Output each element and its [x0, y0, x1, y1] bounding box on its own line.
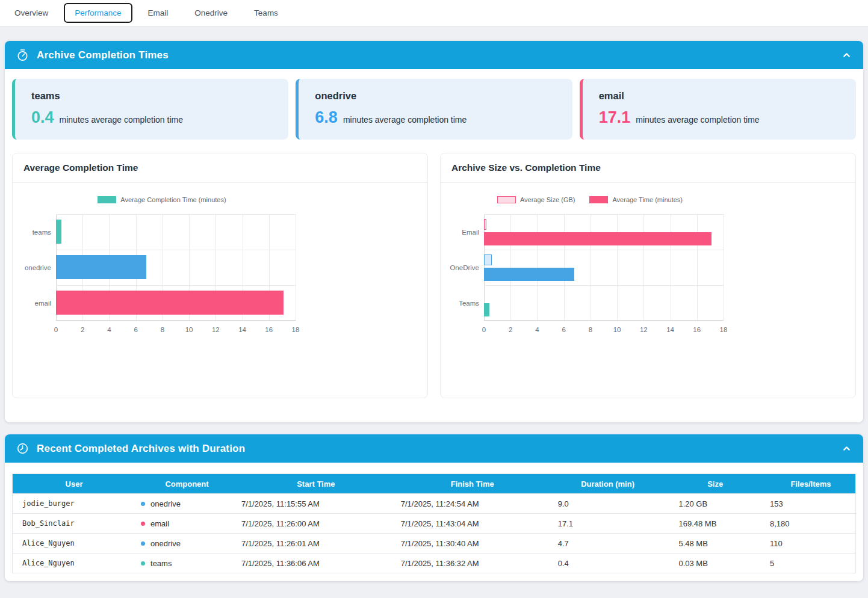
legend-item[interactable]: Average Completion Time (minutes): [98, 196, 226, 203]
table-row: jodie_burgeronedrive7/1/2025, 11:15:55 A…: [13, 494, 856, 514]
charts-row: Average Completion Time Average Completi…: [5, 140, 863, 422]
gridline-horizontal: [56, 250, 296, 250]
x-tick-label: 8: [589, 326, 592, 333]
cell-user: Alice_Nguyen: [13, 553, 136, 573]
chart-legend: Average Size (GB)Average Time (minutes): [448, 194, 732, 214]
x-tick-label: 6: [562, 326, 565, 333]
table-row: Alice_Nguyenteams7/1/2025, 11:36:06 AM7/…: [13, 553, 856, 573]
x-tick-label: 8: [161, 326, 164, 333]
component-dot-email: [141, 522, 145, 526]
tab-onedrive[interactable]: Onedrive: [184, 3, 238, 23]
category-label: teams: [20, 228, 51, 236]
column-header-finish-time: Finish Time: [394, 474, 551, 494]
x-tick-label: 12: [640, 326, 648, 333]
cell-user: jodie_burger: [13, 494, 136, 514]
x-tick-label: 4: [107, 326, 111, 333]
bar-onedrive: [56, 255, 146, 279]
gridline-horizontal: [484, 250, 724, 250]
bar-teams: [56, 220, 61, 244]
avg-completion-time-chart-card: Average Completion Time Average Completi…: [12, 153, 428, 398]
avg-completion-time-chart: Average Completion Time (minutes)teamson…: [20, 194, 304, 335]
x-tick-label: 0: [482, 326, 486, 333]
table-header-row: UserComponentStart TimeFinish TimeDurati…: [13, 474, 856, 494]
cell-size: 0.03 MB: [664, 553, 766, 573]
cell-start: 7/1/2025, 11:26:01 AM: [238, 534, 394, 553]
stat-value: 0.4: [31, 108, 54, 126]
cell-comp: onedrive: [135, 534, 238, 553]
time-bar-OneDrive: [484, 268, 574, 281]
x-tick-label: 10: [613, 326, 621, 333]
cell-finish: 7/1/2025, 11:30:40 AM: [394, 534, 551, 553]
gridline-vertical: [296, 214, 296, 321]
archive-completion-section-header[interactable]: Archive Completion Times: [5, 41, 863, 69]
time-bar-Teams: [484, 303, 489, 316]
legend-label: Average Size (GB): [520, 196, 575, 203]
cell-files: 5: [766, 553, 856, 573]
size-vs-completion-chart-card: Archive Size vs. Completion Time Average…: [440, 153, 856, 398]
x-tick-label: 12: [212, 326, 220, 333]
x-tick-label: 2: [81, 326, 84, 333]
stat-label: email: [599, 90, 840, 102]
cell-user: Alice_Nguyen: [13, 534, 136, 553]
column-header-start-time: Start Time: [238, 474, 394, 494]
x-tick-label: 4: [535, 326, 539, 333]
cell-comp: email: [135, 514, 238, 534]
x-tick-label: 0: [54, 326, 58, 333]
chart-title: Archive Size vs. Completion Time: [441, 153, 855, 183]
cell-size: 1.20 GB: [664, 494, 766, 514]
component-dot-onedrive: [141, 541, 145, 546]
x-tick-label: 6: [134, 326, 137, 333]
stat-value-line: 6.8minutes average completion time: [315, 108, 556, 127]
stopwatch-icon: [16, 49, 29, 61]
recent-archives-section-header[interactable]: Recent Completed Archives with Duration: [5, 434, 863, 463]
tab-performance[interactable]: Performance: [64, 3, 132, 23]
stat-value: 6.8: [315, 108, 338, 126]
legend-item[interactable]: Average Size (GB): [497, 196, 575, 203]
stat-suffix: minutes average completion time: [636, 115, 759, 125]
gridline-vertical: [724, 214, 724, 321]
cell-dur: 17.1: [551, 514, 665, 534]
recent-archives-table: UserComponentStart TimeFinish TimeDurati…: [12, 473, 856, 573]
stat-suffix: minutes average completion time: [343, 115, 467, 125]
legend-item[interactable]: Average Time (minutes): [589, 196, 683, 203]
cell-finish: 7/1/2025, 11:43:04 AM: [394, 514, 551, 534]
component-dot-onedrive: [141, 502, 145, 506]
stat-card-teams: teams0.4minutes average completion time: [12, 79, 288, 140]
component-name: onedrive: [150, 499, 181, 508]
clock-icon: [16, 442, 29, 455]
cell-comp: teams: [135, 553, 238, 573]
stat-card-row: teams0.4minutes average completion timeo…: [5, 69, 863, 140]
tab-overview[interactable]: Overview: [4, 3, 59, 23]
category-label: email: [20, 299, 51, 307]
legend-label: Average Time (minutes): [612, 196, 683, 203]
x-axis-ticks: 024681012141618: [56, 321, 296, 335]
table-row: Alice_Nguyenonedrive7/1/2025, 11:26:01 A…: [13, 534, 856, 553]
x-tick-label: 18: [720, 326, 728, 333]
cell-size: 169.48 MB: [664, 514, 766, 534]
chart-legend: Average Completion Time (minutes): [20, 194, 304, 214]
chevron-up-icon[interactable]: [842, 50, 852, 60]
tab-bar: OverviewPerformanceEmailOnedriveTeams: [0, 0, 868, 26]
cell-dur: 4.7: [551, 534, 665, 553]
table-row: Bob_Sinclairemail7/1/2025, 11:26:00 AM7/…: [13, 514, 856, 534]
column-header-files-items: Files/Items: [766, 474, 856, 494]
gridline-vertical: [671, 214, 671, 321]
cell-size: 5.48 MB: [664, 534, 766, 553]
cell-files: 153: [766, 494, 856, 514]
category-label: onedrive: [20, 264, 51, 272]
recent-archives-table-wrap: UserComponentStart TimeFinish TimeDurati…: [5, 463, 863, 581]
legend-swatch: [589, 196, 608, 203]
cell-start: 7/1/2025, 11:26:00 AM: [238, 514, 394, 534]
stat-card-onedrive: onedrive6.8minutes average completion ti…: [296, 79, 572, 140]
cell-dur: 0.4: [551, 553, 665, 573]
x-tick-label: 18: [292, 326, 300, 333]
chevron-up-icon[interactable]: [842, 443, 852, 454]
archive-completion-section: Archive Completion Times teams0.4minutes…: [5, 41, 863, 422]
section-title: Archive Completion Times: [37, 49, 169, 61]
category-label: Email: [448, 228, 479, 236]
legend-label: Average Completion Time (minutes): [120, 196, 226, 203]
tab-email[interactable]: Email: [137, 3, 179, 23]
stat-value: 17.1: [599, 108, 631, 126]
cell-files: 8,180: [766, 514, 856, 534]
tab-teams[interactable]: Teams: [243, 3, 289, 23]
